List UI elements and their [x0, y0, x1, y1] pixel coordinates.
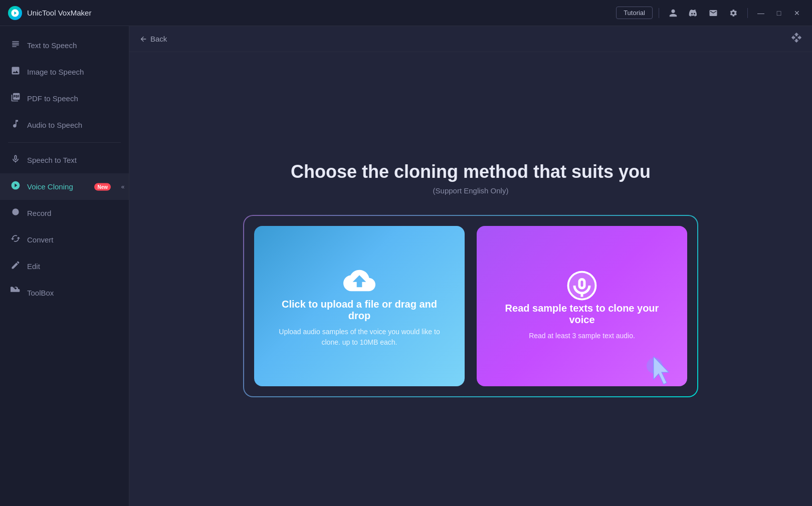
pdf-to-speech-icon	[10, 92, 21, 105]
content-main: Choose the cloning method that suits you…	[129, 52, 812, 506]
content-area: Back Choose the cloning method that suit…	[129, 26, 812, 506]
maximize-button[interactable]: □	[772, 6, 786, 20]
page-heading: Choose the cloning method that suits you	[291, 161, 651, 182]
speech-to-text-icon	[10, 154, 21, 166]
sidebar-item-audio-to-speech[interactable]: Audio to Speech	[0, 112, 129, 138]
upload-card-title: Click to upload a file or drag and drop	[269, 299, 450, 322]
text-to-speech-icon	[10, 39, 21, 52]
sidebar-item-convert[interactable]: Convert	[0, 226, 129, 253]
app-logo	[8, 6, 22, 20]
content-topbar: Back	[129, 26, 812, 52]
page-subtitle: (Support English Only)	[433, 186, 509, 195]
sidebar-item-label: Speech to Text	[27, 156, 77, 164]
settings-icon[interactable]	[725, 5, 741, 21]
microphone-icon	[567, 271, 597, 303]
sidebar-item-toolbox[interactable]: ToolBox	[0, 280, 129, 306]
svg-point-0	[12, 208, 19, 215]
user-icon[interactable]	[665, 5, 681, 21]
sidebar-item-label: Convert	[27, 235, 54, 244]
back-button[interactable]: Back	[139, 35, 167, 43]
titlebar: UnicTool VoxMaker Tutorial — □ ✕	[0, 0, 812, 26]
edit-icon	[10, 260, 21, 273]
minimize-button[interactable]: —	[754, 6, 768, 20]
collapse-arrow[interactable]: «	[117, 181, 129, 193]
image-to-speech-icon	[10, 66, 21, 78]
cards-container: Click to upload a file or drag and drop …	[243, 215, 698, 397]
svg-point-2	[647, 358, 663, 374]
new-badge: New	[94, 183, 111, 190]
mail-icon[interactable]	[705, 5, 721, 21]
sidebar-item-label: Image to Speech	[27, 68, 84, 76]
record-icon	[10, 207, 21, 219]
app-title: UnicTool VoxMaker	[27, 9, 91, 17]
drag-handle-icon[interactable]	[791, 32, 802, 46]
sidebar-item-label: Audio to Speech	[27, 121, 82, 129]
sidebar: Text to Speech Image to Speech PDF to Sp…	[0, 26, 129, 506]
titlebar-separator	[659, 8, 659, 18]
sidebar-item-pdf-to-speech[interactable]: PDF to Speech	[0, 85, 129, 112]
sidebar-item-label: Record	[27, 209, 51, 217]
sidebar-item-label: Text to Speech	[27, 41, 77, 50]
discord-icon[interactable]	[685, 5, 701, 21]
audio-to-speech-icon	[10, 119, 21, 131]
sidebar-item-image-to-speech[interactable]: Image to Speech	[0, 59, 129, 85]
back-label: Back	[150, 35, 167, 43]
sidebar-item-label: ToolBox	[27, 289, 54, 297]
sidebar-item-label: PDF to Speech	[27, 94, 78, 103]
sidebar-item-edit[interactable]: Edit	[0, 253, 129, 280]
record-method-card[interactable]: Read sample texts to clone your voice Re…	[477, 226, 687, 386]
voice-cloning-icon	[10, 180, 21, 193]
sidebar-item-label: Edit	[27, 262, 40, 271]
upload-icon	[343, 265, 375, 299]
sidebar-item-voice-cloning[interactable]: Voice Cloning New «	[0, 173, 129, 200]
close-button[interactable]: ✕	[790, 6, 804, 20]
titlebar-right: Tutorial — □ ✕	[616, 5, 804, 21]
toolbox-icon	[10, 287, 21, 299]
titlebar-left: UnicTool VoxMaker	[8, 6, 91, 20]
sidebar-divider	[8, 142, 121, 143]
main-layout: Text to Speech Image to Speech PDF to Sp…	[0, 26, 812, 506]
sidebar-item-text-to-speech[interactable]: Text to Speech	[0, 32, 129, 59]
sidebar-item-record[interactable]: Record	[0, 200, 129, 226]
record-card-title: Read sample texts to clone your voice	[492, 303, 672, 326]
tutorial-button[interactable]: Tutorial	[616, 7, 653, 19]
titlebar-separator-2	[747, 8, 748, 18]
cursor-overlay	[640, 352, 677, 386]
sidebar-item-label: Voice Cloning	[27, 182, 73, 191]
sidebar-item-speech-to-text[interactable]: Speech to Text	[0, 147, 129, 173]
convert-icon	[10, 233, 21, 246]
upload-card-desc: Upload audio samples of the voice you wo…	[269, 327, 450, 348]
record-card-desc: Read at least 3 sample text audio.	[529, 331, 635, 341]
upload-method-card[interactable]: Click to upload a file or drag and drop …	[254, 226, 465, 386]
